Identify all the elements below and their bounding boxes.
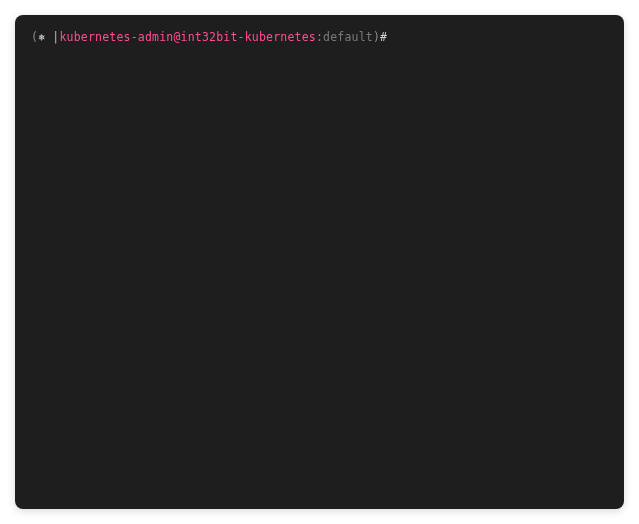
prompt-line: (⎈ |kubernetes-admin@int32bit-kubernetes… <box>31 29 608 46</box>
terminal-window[interactable]: (⎈ |kubernetes-admin@int32bit-kubernetes… <box>15 15 624 509</box>
prompt-char: # <box>380 30 387 44</box>
separator: | <box>45 30 59 44</box>
kube-namespace: default <box>323 30 373 44</box>
close-paren: ) <box>373 30 380 44</box>
colon: : <box>316 30 323 44</box>
kube-context: kubernetes-admin@int32bit-kubernetes <box>60 30 316 44</box>
